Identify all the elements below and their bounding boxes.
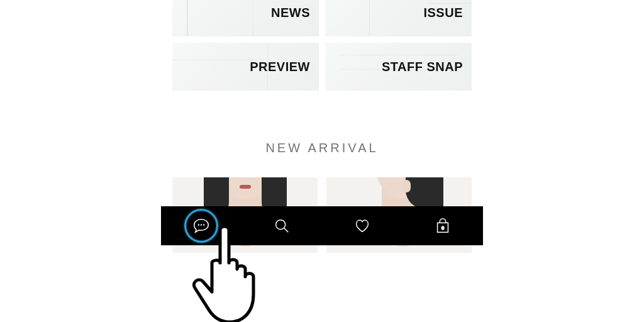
- tab-chat[interactable]: [182, 213, 220, 238]
- tile-preview[interactable]: PREVIEW: [172, 43, 319, 91]
- svg-point-3: [276, 220, 286, 230]
- heart-icon: [353, 216, 372, 235]
- tile-staff-snap[interactable]: STAFF SNAP: [325, 43, 472, 91]
- chat-bubble-icon: [192, 216, 211, 235]
- tile-label: PREVIEW: [250, 60, 310, 74]
- tile-label: ISSUE: [423, 6, 463, 20]
- section-title-new-arrival: NEW ARRIVAL: [161, 141, 483, 155]
- shopping-bag-icon: 0: [433, 216, 452, 235]
- search-icon: [272, 216, 291, 235]
- svg-point-1: [201, 225, 202, 225]
- tab-bag[interactable]: 0: [424, 213, 462, 238]
- category-tile-grid: NEWS ISSUE PREVIEW STAFF SNAP: [172, 0, 472, 91]
- tile-label: NEWS: [271, 6, 310, 20]
- svg-line-4: [284, 228, 289, 233]
- svg-point-2: [204, 225, 204, 225]
- tile-label: STAFF SNAP: [382, 60, 463, 74]
- tile-news[interactable]: NEWS: [172, 0, 319, 36]
- tab-search[interactable]: [263, 213, 301, 238]
- svg-point-0: [198, 225, 199, 225]
- app-viewport: NEWS ISSUE PREVIEW STAFF SNAP NEW ARRIVA…: [161, 0, 483, 322]
- tile-issue[interactable]: ISSUE: [325, 0, 472, 36]
- scroll-content: NEWS ISSUE PREVIEW STAFF SNAP NEW ARRIVA…: [161, 0, 483, 322]
- bottom-tab-bar: 0: [161, 206, 483, 245]
- bag-count: 0: [441, 225, 444, 231]
- tab-favorites[interactable]: [343, 213, 381, 238]
